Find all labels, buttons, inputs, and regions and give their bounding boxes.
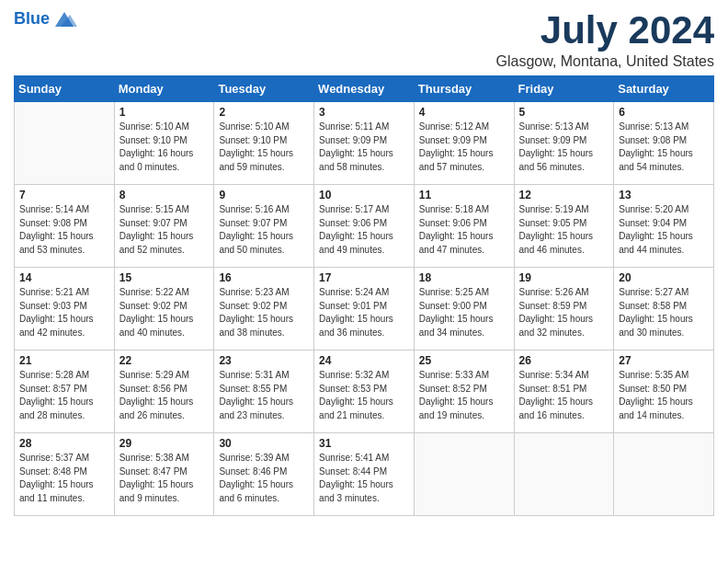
day-info: Sunrise: 5:25 AMSunset: 9:00 PMDaylight:…: [419, 286, 509, 339]
day-cell: 8Sunrise: 5:15 AMSunset: 9:07 PMDaylight…: [114, 185, 214, 268]
week-row-3: 14Sunrise: 5:21 AMSunset: 9:03 PMDayligh…: [15, 268, 714, 350]
day-number: 30: [219, 437, 309, 450]
day-cell: 25Sunrise: 5:33 AMSunset: 8:52 PMDayligh…: [414, 350, 514, 433]
day-cell: 13Sunrise: 5:20 AMSunset: 9:04 PMDayligh…: [614, 185, 714, 268]
day-number: 17: [319, 271, 409, 284]
week-row-4: 21Sunrise: 5:28 AMSunset: 8:57 PMDayligh…: [15, 350, 714, 433]
day-cell: 2Sunrise: 5:10 AMSunset: 9:10 PMDaylight…: [214, 102, 314, 185]
day-number: 16: [219, 271, 309, 284]
day-number: 2: [219, 106, 309, 119]
day-cell: 17Sunrise: 5:24 AMSunset: 9:01 PMDayligh…: [314, 268, 415, 350]
day-cell: 29Sunrise: 5:38 AMSunset: 8:47 PMDayligh…: [114, 433, 214, 516]
day-number: 7: [19, 189, 109, 201]
day-cell: 30Sunrise: 5:39 AMSunset: 8:46 PMDayligh…: [214, 433, 314, 516]
day-info: Sunrise: 5:23 AMSunset: 9:02 PMDaylight:…: [219, 286, 309, 339]
day-number: 8: [119, 189, 210, 201]
day-cell: 15Sunrise: 5:22 AMSunset: 9:02 PMDayligh…: [114, 268, 214, 350]
day-cell: 27Sunrise: 5:35 AMSunset: 8:50 PMDayligh…: [614, 350, 714, 433]
day-cell: 14Sunrise: 5:21 AMSunset: 9:03 PMDayligh…: [15, 268, 115, 350]
day-cell: 22Sunrise: 5:29 AMSunset: 8:56 PMDayligh…: [114, 350, 214, 433]
location-title: Glasgow, Montana, United States: [496, 53, 714, 70]
day-number: 3: [319, 106, 409, 119]
day-cell: 1Sunrise: 5:10 AMSunset: 9:10 PMDaylight…: [114, 102, 214, 185]
day-number: 22: [119, 354, 210, 367]
day-header-saturday: Saturday: [614, 76, 714, 102]
day-info: Sunrise: 5:18 AMSunset: 9:06 PMDaylight:…: [419, 203, 509, 257]
day-info: Sunrise: 5:28 AMSunset: 8:57 PMDaylight:…: [19, 369, 109, 422]
days-header-row: SundayMondayTuesdayWednesdayThursdayFrid…: [15, 76, 714, 102]
day-info: Sunrise: 5:19 AMSunset: 9:05 PMDaylight:…: [519, 203, 609, 257]
day-number: 25: [419, 354, 509, 367]
day-number: 12: [519, 189, 609, 201]
day-info: Sunrise: 5:17 AMSunset: 9:06 PMDaylight:…: [319, 203, 409, 257]
day-info: Sunrise: 5:29 AMSunset: 8:56 PMDaylight:…: [119, 369, 210, 422]
day-header-monday: Monday: [114, 76, 214, 102]
day-cell: 26Sunrise: 5:34 AMSunset: 8:51 PMDayligh…: [514, 350, 614, 433]
day-info: Sunrise: 5:13 AMSunset: 9:09 PMDaylight:…: [519, 121, 609, 174]
day-cell: 6Sunrise: 5:13 AMSunset: 9:08 PMDaylight…: [614, 102, 714, 185]
day-number: 21: [19, 354, 109, 367]
day-number: 1: [119, 106, 210, 119]
day-cell: 19Sunrise: 5:26 AMSunset: 8:59 PMDayligh…: [514, 268, 614, 350]
day-cell: 3Sunrise: 5:11 AMSunset: 9:09 PMDaylight…: [314, 102, 415, 185]
day-cell: 23Sunrise: 5:31 AMSunset: 8:55 PMDayligh…: [214, 350, 314, 433]
day-cell: 31Sunrise: 5:41 AMSunset: 8:44 PMDayligh…: [314, 433, 415, 516]
day-info: Sunrise: 5:41 AMSunset: 8:44 PMDaylight:…: [319, 452, 409, 505]
day-number: 13: [619, 189, 709, 201]
day-info: Sunrise: 5:38 AMSunset: 8:47 PMDaylight:…: [119, 452, 210, 505]
day-cell: 20Sunrise: 5:27 AMSunset: 8:58 PMDayligh…: [614, 268, 714, 350]
day-number: 27: [619, 354, 709, 367]
day-header-tuesday: Tuesday: [214, 76, 314, 102]
day-cell: 11Sunrise: 5:18 AMSunset: 9:06 PMDayligh…: [414, 185, 514, 268]
day-info: Sunrise: 5:34 AMSunset: 8:51 PMDaylight:…: [519, 369, 609, 422]
day-info: Sunrise: 5:27 AMSunset: 8:58 PMDaylight:…: [619, 286, 709, 339]
day-header-sunday: Sunday: [15, 76, 115, 102]
day-header-wednesday: Wednesday: [314, 76, 415, 102]
day-cell: 5Sunrise: 5:13 AMSunset: 9:09 PMDaylight…: [514, 102, 614, 185]
day-number: 11: [419, 189, 509, 201]
day-cell: [614, 433, 714, 516]
day-cell: 10Sunrise: 5:17 AMSunset: 9:06 PMDayligh…: [314, 185, 415, 268]
logo-blue: Blue: [14, 9, 50, 28]
day-info: Sunrise: 5:22 AMSunset: 9:02 PMDaylight:…: [119, 286, 210, 339]
title-section: July 2024 Glasgow, Montana, United State…: [496, 9, 714, 70]
day-cell: 24Sunrise: 5:32 AMSunset: 8:53 PMDayligh…: [314, 350, 415, 433]
day-info: Sunrise: 5:37 AMSunset: 8:48 PMDaylight:…: [19, 452, 109, 505]
day-info: Sunrise: 5:33 AMSunset: 8:52 PMDaylight:…: [419, 369, 509, 422]
day-number: 6: [619, 106, 709, 119]
day-header-friday: Friday: [514, 76, 614, 102]
day-number: 20: [619, 271, 709, 284]
week-row-5: 28Sunrise: 5:37 AMSunset: 8:48 PMDayligh…: [15, 433, 714, 516]
day-cell: 21Sunrise: 5:28 AMSunset: 8:57 PMDayligh…: [15, 350, 115, 433]
day-cell: 9Sunrise: 5:16 AMSunset: 9:07 PMDaylight…: [214, 185, 314, 268]
day-number: 26: [519, 354, 609, 367]
day-info: Sunrise: 5:20 AMSunset: 9:04 PMDaylight:…: [619, 203, 709, 257]
day-info: Sunrise: 5:32 AMSunset: 8:53 PMDaylight:…: [319, 369, 409, 422]
day-cell: [514, 433, 614, 516]
day-info: Sunrise: 5:11 AMSunset: 9:09 PMDaylight:…: [319, 121, 409, 174]
day-number: 18: [419, 271, 509, 284]
day-number: 4: [419, 106, 509, 119]
day-number: 19: [519, 271, 609, 284]
logo-icon: [51, 10, 77, 29]
logo: Blue: [14, 9, 77, 29]
day-cell: 16Sunrise: 5:23 AMSunset: 9:02 PMDayligh…: [214, 268, 314, 350]
day-number: 31: [319, 437, 409, 450]
day-header-thursday: Thursday: [414, 76, 514, 102]
day-info: Sunrise: 5:26 AMSunset: 8:59 PMDaylight:…: [519, 286, 609, 339]
day-info: Sunrise: 5:10 AMSunset: 9:10 PMDaylight:…: [219, 121, 309, 174]
day-number: 9: [219, 189, 309, 201]
day-info: Sunrise: 5:12 AMSunset: 9:09 PMDaylight:…: [419, 121, 509, 174]
day-cell: 4Sunrise: 5:12 AMSunset: 9:09 PMDaylight…: [414, 102, 514, 185]
day-number: 24: [319, 354, 409, 367]
day-number: 15: [119, 271, 210, 284]
day-info: Sunrise: 5:14 AMSunset: 9:08 PMDaylight:…: [19, 203, 109, 257]
calendar-table: SundayMondayTuesdayWednesdayThursdayFrid…: [14, 75, 714, 516]
day-info: Sunrise: 5:39 AMSunset: 8:46 PMDaylight:…: [219, 452, 309, 505]
week-row-1: 1Sunrise: 5:10 AMSunset: 9:10 PMDaylight…: [15, 102, 714, 185]
day-info: Sunrise: 5:15 AMSunset: 9:07 PMDaylight:…: [119, 203, 210, 257]
day-info: Sunrise: 5:31 AMSunset: 8:55 PMDaylight:…: [219, 369, 309, 422]
day-info: Sunrise: 5:10 AMSunset: 9:10 PMDaylight:…: [119, 121, 210, 174]
month-title: July 2024: [496, 9, 714, 52]
header: Blue July 2024 Glasgow, Montana, United …: [14, 9, 714, 70]
